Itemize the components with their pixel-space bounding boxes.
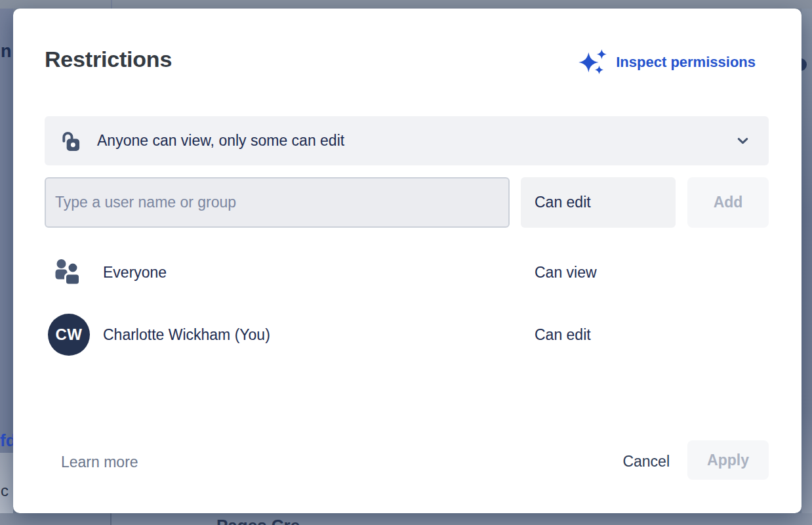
restriction-row-permission: Can view xyxy=(535,264,597,281)
backdrop-text-fragment: n xyxy=(1,41,12,62)
user-search-input[interactable] xyxy=(45,177,510,228)
avatar-initials: CW xyxy=(56,326,83,344)
inspect-permissions-label: Inspect permissions xyxy=(616,54,756,71)
unlock-icon xyxy=(60,130,81,152)
inspect-permissions-button[interactable]: Inspect permissions xyxy=(578,49,756,75)
backdrop-hidden-button xyxy=(802,58,807,71)
backdrop-text-fragment: c xyxy=(1,482,9,500)
backdrop-page-divider-top xyxy=(111,0,112,9)
restrictions-dialog: Restrictions Inspect permissions Anyone … xyxy=(13,9,802,513)
add-button[interactable]: Add xyxy=(687,177,769,228)
backdrop-page-divider-bottom xyxy=(110,513,112,525)
dialog-title: Restrictions xyxy=(45,47,172,72)
permission-select[interactable]: Can edit xyxy=(521,177,676,228)
backdrop-top-band xyxy=(0,0,812,9)
sparkles-icon xyxy=(578,49,608,75)
restriction-row-name: Everyone xyxy=(103,264,167,281)
group-icon xyxy=(52,258,84,289)
chevron-down-icon xyxy=(737,137,748,144)
backdrop-clipped-text: Pages Cre xyxy=(216,516,300,525)
restriction-row-name: Charlotte Wickham (You) xyxy=(103,326,270,343)
apply-button[interactable]: Apply xyxy=(687,440,769,480)
restriction-row-permission: Can edit xyxy=(535,326,591,343)
avatar: CW xyxy=(48,314,90,356)
backdrop-left-strip: n fd c xyxy=(0,9,13,525)
backdrop-bottom-band: Pages Cre xyxy=(0,513,812,525)
cancel-button[interactable]: Cancel xyxy=(622,453,670,471)
backdrop-link-fragment: fd xyxy=(0,430,13,451)
backdrop-right-strip xyxy=(802,9,812,525)
visibility-select-value: Anyone can view, only some can edit xyxy=(97,132,769,150)
visibility-select[interactable]: Anyone can view, only some can edit xyxy=(45,116,769,165)
learn-more-link[interactable]: Learn more xyxy=(61,453,138,471)
permission-select-value: Can edit xyxy=(535,194,591,211)
